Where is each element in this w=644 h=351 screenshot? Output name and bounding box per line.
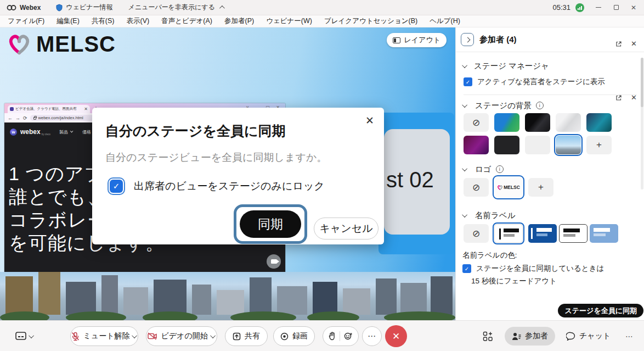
menu-edit[interactable]: 編集(E) (57, 16, 80, 26)
captions-button[interactable] (15, 326, 34, 346)
logo-section-title: ロゴ (475, 164, 492, 175)
chevron-right-icon (465, 37, 470, 42)
none-icon: ⊘ (472, 182, 480, 193)
menu-share[interactable]: 共有(S) (92, 16, 115, 26)
chat-button[interactable]: チャット (566, 326, 611, 346)
maximize-button[interactable] (608, 1, 624, 15)
menu-bar: ファイル(F) 編集(E) 共有(S) 表示(V) 音声とビデオ(A) 参加者(… (0, 15, 644, 27)
hide-menubar-button[interactable]: メニューバーを非表示にする (128, 3, 223, 12)
more-options-button[interactable]: ⋯ (362, 326, 382, 346)
name-label-style-light-plain[interactable] (559, 224, 587, 243)
menu-view[interactable]: 表示(V) (126, 16, 149, 26)
menu-audio-video[interactable]: 音声とビデオ(A) (161, 16, 212, 26)
reload-icon[interactable]: ⟳ (23, 115, 27, 121)
apps-grid-icon (483, 331, 493, 342)
url-text: webex.com/ja/index.html (38, 115, 83, 120)
sync-button-focus-ring: 同期 (234, 204, 307, 244)
bg-option-add-button[interactable]: + (586, 136, 612, 154)
site-nav-products[interactable]: 製品 (59, 129, 68, 135)
bg-option-teal[interactable] (586, 113, 612, 132)
video-thumbnail-button[interactable] (267, 254, 281, 269)
reactions-button[interactable] (323, 326, 359, 346)
building (376, 278, 397, 315)
bg-option-city-selected[interactable] (556, 136, 581, 154)
more-panels-button[interactable]: ⋯ (625, 326, 633, 346)
logo-option-none[interactable]: ⊘ (464, 178, 489, 197)
logo-thumb-text: MELSC (504, 185, 520, 190)
none-icon: ⊘ (472, 228, 480, 239)
building (250, 277, 272, 315)
collapse-panel-button[interactable] (461, 33, 474, 46)
background-section-collapse-icon[interactable] (462, 102, 467, 108)
maximize-icon (614, 5, 619, 10)
logo-option-melsc-selected[interactable]: MELSC (494, 177, 523, 198)
name-label-none[interactable]: ⊘ (464, 224, 489, 243)
menu-file[interactable]: ファイル(F) (8, 16, 44, 26)
unmute-label: ミュート解除 (83, 331, 130, 341)
bg-option-green-blue[interactable] (494, 113, 519, 132)
name-label-style-translucent[interactable] (590, 224, 618, 243)
active-speaker-checkbox-label: アクティブな発言者をステージに表示 (477, 77, 605, 87)
mic-muted-icon (71, 332, 80, 341)
logo-option-add-button[interactable]: + (528, 178, 553, 197)
minimize-button[interactable] (590, 1, 607, 15)
participant-video-tile[interactable]: st 02 (379, 113, 454, 254)
fade-out-checkbox[interactable]: ✓ (462, 264, 471, 273)
menu-participants[interactable]: 参加者(P) (224, 16, 254, 26)
name-label-style-accent-bar[interactable] (494, 224, 523, 243)
layout-button[interactable]: レイアウト (387, 33, 447, 47)
site-nav-pricing[interactable]: 価格 (82, 129, 91, 135)
bg-option-black[interactable] (494, 136, 519, 154)
dialog-close-icon[interactable]: ✕ (365, 114, 374, 127)
cancel-button[interactable]: キャンセル (314, 218, 379, 239)
connection-quality-icon[interactable] (575, 3, 585, 13)
browser-tab[interactable]: ビデオ会議、クラウド電話、画面共有 ✕ (8, 105, 90, 113)
stage-brand-logo: MELSC (7, 32, 116, 57)
bg-option-none[interactable]: ⊘ (464, 113, 489, 132)
trees (230, 311, 296, 320)
building (5, 276, 33, 315)
close-panel-icon[interactable]: ✕ (631, 40, 637, 48)
apps-button[interactable] (483, 326, 493, 346)
bg-option-silver[interactable] (556, 113, 581, 132)
logo-info-icon[interactable]: i (496, 165, 504, 173)
back-icon[interactable]: ← (8, 115, 13, 121)
bg-option-dark[interactable] (525, 113, 550, 132)
stage-manager-collapse-icon[interactable] (462, 63, 467, 68)
close-icon: ✕ (631, 4, 636, 12)
plus-icon: + (596, 140, 602, 151)
leave-meeting-button[interactable]: ✕ (385, 325, 407, 347)
share-button[interactable]: 共有 (225, 326, 268, 346)
chevron-up-icon (219, 5, 225, 11)
tab-close-icon[interactable]: ✕ (84, 107, 88, 112)
minimize-icon (596, 7, 601, 8)
bg-option-light-gray[interactable] (525, 136, 550, 154)
menu-help[interactable]: ヘルプ(H) (430, 16, 460, 26)
lock-view-checkbox[interactable]: ✓ (110, 180, 123, 193)
popout-panel-icon[interactable] (615, 41, 622, 47)
dialog-body: 自分のステージビューを全員に同期しますか。 (105, 151, 327, 165)
control-bar: ミュート解除 ビデオの開始 共有 録画 (0, 320, 644, 351)
bg-option-purple[interactable] (464, 136, 489, 154)
unmute-button[interactable]: ミュート解除 (70, 326, 138, 346)
start-video-label: ビデオの開始 (161, 331, 207, 341)
record-button[interactable]: 録画 (273, 326, 315, 346)
active-speaker-checkbox[interactable]: ✓ (464, 77, 472, 86)
sync-button[interactable]: 同期 (240, 210, 301, 238)
panel-scrollbar[interactable] (641, 58, 643, 190)
participants-toggle-button[interactable]: 参加者 (505, 327, 555, 346)
fade-out-label-line2: 15 秒後にフェードアウト (471, 276, 557, 286)
participant-name-card: st 02 (384, 129, 450, 235)
emoji-reaction-icon (344, 332, 353, 341)
background-info-icon[interactable]: i (536, 102, 544, 109)
name-label-style-dark-blue[interactable] (528, 224, 557, 243)
menu-breakout[interactable]: ブレイクアウトセッション(B) (324, 16, 417, 26)
menu-webinar[interactable]: ウェビナー(W) (266, 16, 312, 26)
chevron-down-icon (70, 130, 74, 133)
logo-section-collapse-icon[interactable] (462, 166, 467, 171)
name-label-section-collapse-icon[interactable] (462, 212, 467, 218)
close-window-button[interactable]: ✕ (625, 1, 642, 15)
webinar-info-button[interactable]: ウェビナー情報 (56, 3, 112, 12)
start-video-button[interactable]: ビデオの開始 (146, 326, 217, 346)
forward-icon[interactable]: → (15, 115, 20, 121)
